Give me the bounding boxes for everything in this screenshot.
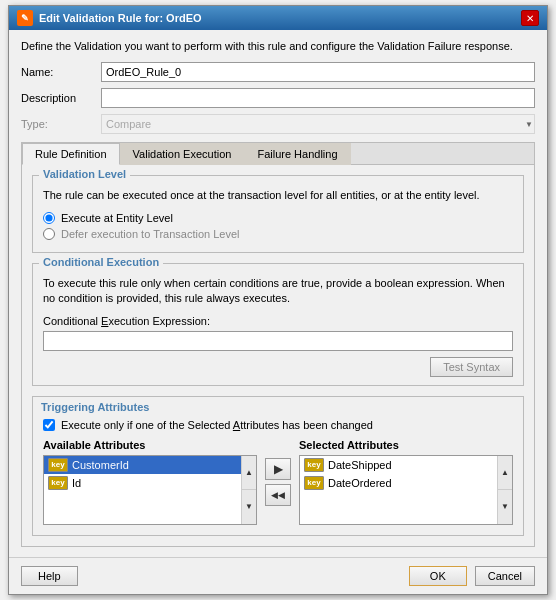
selected-attributes-panel: Selected Attributes key DateShipped [299, 439, 513, 525]
expression-input[interactable] [43, 331, 513, 351]
scroll-down-button[interactable]: ▼ [498, 490, 512, 524]
key-icon: key [48, 476, 68, 490]
cancel-button[interactable]: Cancel [475, 566, 535, 586]
triggering-section: Triggering Attributes Execute only if on… [32, 396, 524, 536]
tab-rule-definition[interactable]: Rule Definition [22, 143, 120, 165]
selected-scroll-arrows: ▲ ▼ [497, 456, 512, 524]
radio-entity-level[interactable] [43, 212, 55, 224]
test-syntax-row: Test Syntax [43, 357, 513, 377]
intro-text: Define the Validation you want to perfor… [21, 40, 535, 52]
type-select-container: Compare ▼ [101, 114, 535, 134]
selected-attr-name: DateOrdered [328, 477, 392, 489]
scroll-up-button[interactable]: ▲ [498, 456, 512, 491]
validation-level-section: Validation Level The rule can be execute… [32, 175, 524, 252]
validation-level-body: The rule can be executed once at the tra… [33, 176, 523, 251]
type-select[interactable]: Compare [101, 114, 535, 134]
selected-attributes-title: Selected Attributes [299, 439, 513, 451]
expression-label: Conditional Execution Expression: [43, 315, 513, 327]
description-input[interactable] [101, 88, 535, 108]
dialog-body: Define the Validation you want to perfor… [9, 30, 547, 556]
selected-attr-name: DateShipped [328, 459, 392, 471]
tab-failure-handling[interactable]: Failure Handling [244, 143, 350, 165]
footer-right: OK Cancel [409, 566, 535, 586]
tabs-header: Rule Definition Validation Execution Fai… [22, 143, 534, 165]
move-left-button[interactable]: ◀◀ [265, 484, 291, 506]
edit-validation-dialog: ✎ Edit Validation Rule for: OrdEO ✕ Defi… [8, 5, 548, 594]
available-attr-name: Id [72, 477, 81, 489]
close-button[interactable]: ✕ [521, 10, 539, 26]
ok-button[interactable]: OK [409, 566, 467, 586]
title-bar: ✎ Edit Validation Rule for: OrdEO ✕ [9, 6, 547, 30]
key-icon: key [304, 476, 324, 490]
available-scroll-arrows: ▲ ▼ [241, 456, 256, 524]
available-attributes-list[interactable]: key CustomerId key Id [43, 455, 257, 525]
dialog-icon: ✎ [17, 10, 33, 26]
conditional-execution-title: Conditional Execution [39, 256, 163, 268]
validation-level-title: Validation Level [39, 168, 130, 180]
move-right-button[interactable]: ▶ [265, 458, 291, 480]
validation-level-desc: The rule can be executed once at the tra… [43, 188, 513, 203]
scroll-up-button[interactable]: ▲ [242, 456, 256, 491]
dialog-footer: Help OK Cancel [9, 557, 547, 594]
name-label: Name: [21, 66, 101, 78]
tab-content: Validation Level The rule can be execute… [22, 165, 534, 545]
conditional-execution-desc: To execute this rule only when certain c… [43, 276, 513, 307]
type-label: Type: [21, 118, 101, 130]
title-bar-left: ✎ Edit Validation Rule for: OrdEO [17, 10, 202, 26]
radio-transaction-row: Defer execution to Transaction Level [43, 228, 513, 240]
triggering-checkbox[interactable] [43, 419, 55, 431]
available-attr-name: CustomerId [72, 459, 129, 471]
radio-entity-label: Execute at Entity Level [61, 212, 173, 224]
triggering-content: Execute only if one of the Selected Attr… [33, 413, 523, 535]
triggering-title: Triggering Attributes [33, 397, 523, 413]
expression-row [43, 331, 513, 351]
key-icon: key [304, 458, 324, 472]
tab-validation-execution[interactable]: Validation Execution [120, 143, 245, 165]
available-attributes-panel: Available Attributes key CustomerId [43, 439, 257, 525]
attributes-container: Available Attributes key CustomerId [43, 439, 513, 525]
transfer-buttons: ▶ ◀◀ [265, 458, 291, 506]
description-label: Description [21, 92, 101, 104]
type-row: Type: Compare ▼ [21, 114, 535, 134]
triggering-checkbox-row: Execute only if one of the Selected Attr… [43, 419, 513, 431]
name-row: Name: [21, 62, 535, 82]
scroll-down-button[interactable]: ▼ [242, 490, 256, 524]
dialog-title: Edit Validation Rule for: OrdEO [39, 12, 202, 24]
list-item[interactable]: key DateShipped [300, 456, 497, 474]
help-button[interactable]: Help [21, 566, 78, 586]
list-item[interactable]: key DateOrdered [300, 474, 497, 492]
conditional-execution-section: Conditional Execution To execute this ru… [32, 263, 524, 386]
selected-attributes-inner: key DateShipped key DateOrdered [300, 456, 497, 524]
radio-transaction-label: Defer execution to Transaction Level [61, 228, 240, 240]
radio-entity-row: Execute at Entity Level [43, 212, 513, 224]
radio-transaction-level[interactable] [43, 228, 55, 240]
available-attributes-inner: key CustomerId key Id [44, 456, 241, 524]
test-syntax-button[interactable]: Test Syntax [430, 357, 513, 377]
conditional-execution-body: To execute this rule only when certain c… [33, 264, 523, 385]
list-item[interactable]: key CustomerId [44, 456, 241, 474]
key-icon: key [48, 458, 68, 472]
tabs-container: Rule Definition Validation Execution Fai… [21, 142, 535, 546]
selected-attributes-list[interactable]: key DateShipped key DateOrdered [299, 455, 513, 525]
triggering-checkbox-label: Execute only if one of the Selected Attr… [61, 419, 373, 431]
name-input[interactable] [101, 62, 535, 82]
list-item[interactable]: key Id [44, 474, 241, 492]
available-attributes-title: Available Attributes [43, 439, 257, 451]
description-row: Description [21, 88, 535, 108]
